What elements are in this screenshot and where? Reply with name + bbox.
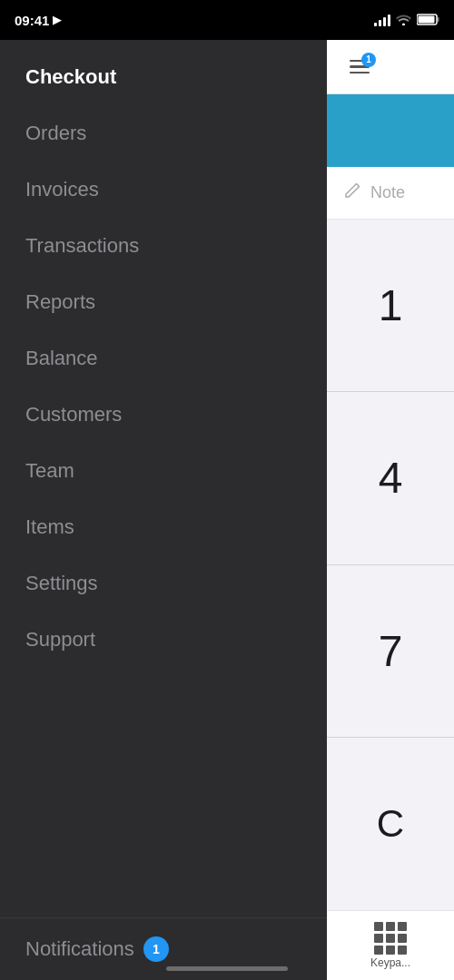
battery-icon — [417, 13, 439, 28]
keypad-label: Keypa... — [370, 956, 410, 969]
sidebar-item-customers[interactable]: Customers — [0, 387, 327, 443]
keypad-cell-4[interactable]: 4 — [327, 392, 454, 564]
location-icon: ▶ — [53, 14, 61, 26]
right-panel: 1 Note 1 4 7 C — [327, 40, 454, 980]
status-time: 09:41 ▶ — [15, 13, 61, 28]
keypad-bottom-bar[interactable]: Keypa... — [327, 910, 454, 980]
keypad-cell-1[interactable]: 1 — [327, 220, 454, 392]
sidebar-item-reports[interactable]: Reports — [0, 274, 327, 330]
note-label: Note — [370, 183, 405, 202]
note-row[interactable]: Note — [327, 167, 454, 220]
main-layout: Checkout Orders Invoices Transactions Re… — [0, 40, 454, 980]
sidebar-item-team[interactable]: Team — [0, 443, 327, 499]
keypad-grid-icon — [374, 922, 407, 955]
notifications-badge: 1 — [143, 936, 169, 962]
sidebar-item-settings[interactable]: Settings — [0, 555, 327, 612]
keypad-cell-7[interactable]: 7 — [327, 565, 454, 738]
blue-card — [327, 94, 454, 167]
menu-badge: 1 — [361, 53, 376, 67]
sidebar-item-balance[interactable]: Balance — [0, 330, 327, 387]
keypad-toggle[interactable]: Keypa... — [370, 922, 410, 969]
status-icons — [374, 13, 439, 28]
keypad-grid: 1 4 7 C — [327, 220, 454, 910]
notifications-label: Notifications — [25, 937, 134, 961]
sidebar: Checkout Orders Invoices Transactions Re… — [0, 40, 327, 980]
sidebar-item-invoices[interactable]: Invoices — [0, 162, 327, 218]
right-header: 1 — [327, 40, 454, 94]
sidebar-item-orders[interactable]: Orders — [0, 105, 327, 162]
keypad-cell-clear[interactable]: C — [327, 738, 454, 910]
sidebar-item-items[interactable]: Items — [0, 499, 327, 555]
note-edit-icon — [343, 181, 361, 204]
signal-icon — [374, 14, 390, 26]
time-display: 09:41 — [15, 13, 49, 28]
sidebar-item-checkout[interactable]: Checkout — [0, 49, 327, 105]
svg-rect-1 — [419, 15, 435, 23]
sidebar-item-support[interactable]: Support — [0, 612, 327, 668]
status-bar: 09:41 ▶ — [0, 0, 454, 40]
home-indicator — [166, 966, 288, 971]
wifi-icon — [396, 13, 411, 28]
svg-rect-2 — [438, 17, 439, 22]
sidebar-item-transactions[interactable]: Transactions — [0, 218, 327, 274]
menu-button[interactable]: 1 — [341, 49, 378, 85]
